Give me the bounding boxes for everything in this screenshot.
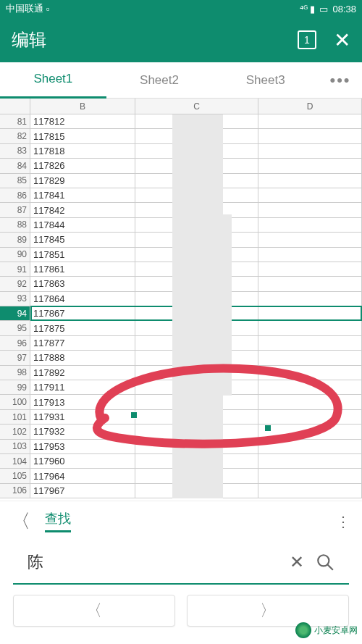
col-header-d[interactable]: D: [258, 99, 362, 114]
cell[interactable]: [258, 292, 362, 306]
find-back-button[interactable]: 〈: [12, 509, 30, 534]
row-header[interactable]: 90: [0, 248, 30, 262]
row-header[interactable]: 104: [0, 454, 30, 468]
close-button[interactable]: ✕: [334, 28, 350, 52]
cell[interactable]: [258, 262, 362, 276]
selection-handle[interactable]: [130, 411, 138, 419]
col-header-b[interactable]: B: [30, 99, 135, 114]
cell[interactable]: 117932: [30, 425, 135, 438]
cell[interactable]: [258, 144, 362, 158]
row-header[interactable]: 105: [0, 469, 30, 482]
row-header[interactable]: 92: [0, 277, 30, 290]
row-header[interactable]: 96: [0, 336, 30, 350]
row-header[interactable]: 84: [0, 159, 30, 172]
cell[interactable]: [258, 233, 362, 246]
row-header[interactable]: 103: [0, 440, 30, 453]
row-header[interactable]: 98: [0, 366, 30, 380]
tab-count-button[interactable]: 1: [298, 30, 316, 49]
cell[interactable]: [258, 129, 362, 143]
cell[interactable]: 117964: [30, 469, 135, 482]
cell[interactable]: 117888: [30, 351, 135, 364]
tab-sheet2[interactable]: Sheet2: [106, 63, 213, 98]
cell[interactable]: 117953: [30, 440, 135, 453]
tab-sheet1[interactable]: Sheet1: [0, 62, 106, 99]
cell[interactable]: 117863: [30, 277, 135, 290]
cell[interactable]: 117864: [30, 292, 135, 306]
cell[interactable]: [258, 321, 362, 335]
cell[interactable]: [258, 469, 362, 482]
more-sheets-button[interactable]: •••: [319, 62, 362, 99]
row-header[interactable]: 87: [0, 203, 30, 217]
row-header[interactable]: 91: [0, 262, 30, 276]
cell[interactable]: 117911: [30, 380, 135, 394]
clear-search-button[interactable]: ✕: [290, 552, 304, 572]
cell[interactable]: [258, 440, 362, 453]
row-header[interactable]: 81: [0, 114, 30, 128]
row-header[interactable]: 102: [0, 425, 30, 438]
find-more-button[interactable]: ⋮: [336, 513, 350, 530]
cell[interactable]: [258, 410, 362, 424]
cell[interactable]: 117818: [30, 144, 135, 158]
row-header[interactable]: 100: [0, 395, 30, 409]
row-header[interactable]: 82: [0, 129, 30, 143]
cell[interactable]: 117892: [30, 366, 135, 380]
cell[interactable]: 117851: [30, 248, 135, 262]
search-icon[interactable]: [316, 553, 334, 572]
search-input[interactable]: [28, 553, 278, 572]
find-prev-button[interactable]: 〈: [13, 595, 175, 627]
row-header[interactable]: 94: [0, 306, 30, 320]
row-header[interactable]: 106: [0, 484, 30, 498]
row-header[interactable]: 88: [0, 218, 30, 232]
row-header[interactable]: 97: [0, 351, 30, 364]
cell[interactable]: [258, 203, 362, 217]
cell[interactable]: [258, 366, 362, 380]
tab-sheet3[interactable]: Sheet3: [212, 63, 319, 98]
cell[interactable]: [258, 248, 362, 262]
row-header[interactable]: 101: [0, 410, 30, 424]
cell[interactable]: 117815: [30, 129, 135, 143]
cell[interactable]: 117967: [30, 484, 135, 498]
cell[interactable]: [258, 114, 362, 128]
cell[interactable]: 117875: [30, 321, 135, 335]
signal-icon: ⁴ᴳ ▮: [300, 4, 316, 14]
cell[interactable]: [258, 306, 362, 320]
cell[interactable]: 117841: [30, 188, 135, 202]
col-header-c[interactable]: C: [135, 99, 258, 114]
cell[interactable]: 117812: [30, 114, 135, 128]
cell[interactable]: 117931: [30, 410, 135, 424]
corner-cell[interactable]: [0, 99, 30, 114]
cell[interactable]: 117867: [30, 306, 135, 320]
row-header[interactable]: 93: [0, 292, 30, 306]
cell[interactable]: [258, 159, 362, 172]
row-header[interactable]: 89: [0, 233, 30, 246]
cell[interactable]: [258, 336, 362, 350]
cell[interactable]: [258, 454, 362, 468]
cell[interactable]: 117913: [30, 395, 135, 409]
cell[interactable]: [258, 425, 362, 438]
cell[interactable]: 117861: [30, 262, 135, 276]
find-tab[interactable]: 查找: [45, 510, 71, 532]
cell[interactable]: [258, 395, 362, 409]
spreadsheet-grid[interactable]: B C D 8111781282117815831178188411782685…: [0, 99, 362, 501]
cell[interactable]: 117826: [30, 159, 135, 172]
cell[interactable]: [258, 218, 362, 232]
row-header[interactable]: 83: [0, 144, 30, 158]
cell[interactable]: [258, 188, 362, 202]
cell[interactable]: [258, 174, 362, 188]
row-header[interactable]: 85: [0, 174, 30, 188]
cell[interactable]: [258, 351, 362, 364]
row-header[interactable]: 95: [0, 321, 30, 335]
clock: 08:38: [332, 4, 356, 14]
cell[interactable]: [258, 484, 362, 498]
cell[interactable]: 117842: [30, 203, 135, 217]
selection-handle[interactable]: [264, 425, 272, 432]
row-header[interactable]: 99: [0, 380, 30, 394]
cell[interactable]: [258, 380, 362, 394]
cell[interactable]: 117960: [30, 454, 135, 468]
cell[interactable]: 117829: [30, 174, 135, 188]
row-header[interactable]: 86: [0, 188, 30, 202]
cell[interactable]: 117844: [30, 218, 135, 232]
cell[interactable]: [258, 277, 362, 290]
cell[interactable]: 117877: [30, 336, 135, 350]
cell[interactable]: 117845: [30, 233, 135, 246]
